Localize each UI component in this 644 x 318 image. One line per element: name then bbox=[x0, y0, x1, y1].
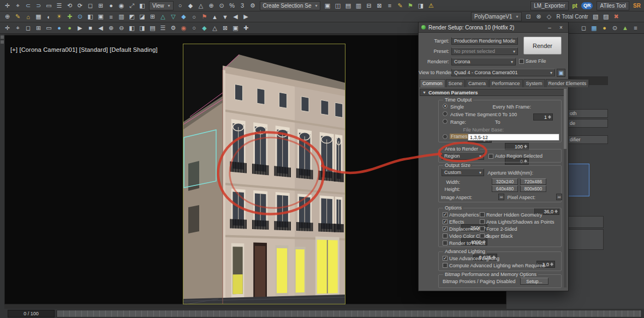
toolbar-icon[interactable]: % bbox=[227, 1, 237, 10]
toolbar-icon[interactable]: ◧ bbox=[127, 23, 137, 32]
toolbar-icon[interactable]: ⟳ bbox=[75, 1, 85, 10]
toolbar-icon[interactable]: ⊞ bbox=[147, 13, 158, 21]
toolbar-icon[interactable]: ⊕ bbox=[2, 13, 13, 21]
toolbar-icon[interactable]: ▥ bbox=[353, 1, 363, 10]
checkbox[interactable] bbox=[480, 233, 485, 238]
toolbar-icon[interactable]: ● bbox=[106, 1, 116, 10]
toolbar-icon[interactable]: ✚ bbox=[241, 23, 251, 32]
toolbar-icon[interactable]: ▣ bbox=[230, 23, 241, 32]
toolbar-icon[interactable]: ◻ bbox=[23, 23, 33, 32]
toolbar-icon[interactable]: ⟲ bbox=[64, 1, 75, 10]
save-file-checkbox[interactable]: Save File bbox=[519, 58, 546, 64]
toolbar-icon[interactable]: ● bbox=[64, 23, 75, 32]
toolbar-icon[interactable]: ⌂ bbox=[23, 13, 33, 21]
toolbar-icon[interactable]: ● bbox=[54, 23, 64, 32]
panel-fragment-button[interactable]: difier bbox=[568, 135, 608, 144]
toolbar-icon[interactable]: ▦ bbox=[589, 23, 599, 32]
checkbox[interactable]: ✓ bbox=[443, 256, 448, 261]
bitmap-setup-button[interactable]: Setup... bbox=[520, 278, 548, 285]
toolbar-icon[interactable]: ⌖ bbox=[13, 23, 23, 32]
toolbar-icon[interactable]: 3 bbox=[237, 1, 248, 10]
render-button[interactable]: Render bbox=[523, 37, 562, 55]
toolbar-icon[interactable]: ✖ bbox=[611, 13, 622, 21]
create-selection-set-dropdown[interactable]: Create Selection Se ▾ bbox=[260, 1, 321, 10]
toolbar-icon[interactable]: ● bbox=[599, 23, 610, 32]
toolbar-icon[interactable]: ▥ bbox=[116, 13, 127, 21]
toolbar-icon[interactable]: ○ bbox=[189, 23, 199, 32]
left-strip-icon[interactable] bbox=[1, 35, 4, 39]
pt-plugin-button[interactable]: pt bbox=[573, 3, 577, 9]
view-dropdown[interactable]: View ▾ bbox=[149, 1, 174, 10]
toolbar-icon[interactable]: ▭ bbox=[44, 23, 54, 32]
toolbar-icon[interactable]: ☰ bbox=[158, 23, 168, 32]
toolbar-icon[interactable]: ◆ bbox=[199, 23, 210, 32]
radio-active-time-segment[interactable] bbox=[443, 111, 448, 116]
scrollbar-thumb[interactable] bbox=[564, 89, 567, 149]
dialog-tab[interactable]: Camera bbox=[466, 79, 488, 87]
toolbar-icon[interactable]: ⊕ bbox=[206, 1, 217, 10]
dialog-tab[interactable]: Scene bbox=[446, 79, 466, 87]
preset-dropdown[interactable]: No preset selected ▾ bbox=[451, 47, 518, 55]
toolbar-icon[interactable]: ◇ bbox=[544, 13, 554, 21]
radio-single[interactable]: ● bbox=[443, 104, 448, 109]
checkbox[interactable] bbox=[443, 263, 448, 268]
lm-exporter-button[interactable]: LM_Exporter bbox=[530, 1, 568, 10]
checkbox[interactable] bbox=[480, 219, 485, 224]
left-strip-icon[interactable] bbox=[1, 40, 4, 44]
toolbar-icon[interactable]: ⊞ bbox=[96, 1, 106, 10]
image-aspect-lock-icon[interactable]: ∞ bbox=[498, 194, 504, 200]
timeline-track[interactable] bbox=[57, 310, 642, 317]
toolbar-icon[interactable]: ⊖ bbox=[116, 23, 127, 32]
toolbar-icon[interactable]: ◐ bbox=[44, 13, 54, 21]
toolbar-icon[interactable]: ✛ bbox=[2, 23, 13, 32]
toolbar-icon[interactable]: ⊙ bbox=[75, 13, 85, 21]
toolbar-icon[interactable]: ◀ bbox=[230, 13, 241, 21]
toolbar-icon[interactable]: △ bbox=[196, 1, 206, 10]
toolbar-icon[interactable]: ▨ bbox=[601, 13, 611, 21]
toolbar-icon[interactable]: ⊕ bbox=[106, 23, 116, 32]
toolbar-icon[interactable]: ⊗ bbox=[534, 13, 544, 21]
toolbar-icon[interactable]: ◪ bbox=[137, 13, 147, 21]
polydamage-dropdown[interactable]: PolyDamageV1 ▾ bbox=[471, 12, 522, 21]
output-size-dropdown[interactable]: Custom ▾ bbox=[442, 169, 484, 176]
toolbar-icon[interactable]: ⊃ bbox=[33, 1, 44, 10]
viewport-lock-button[interactable]: ▣ bbox=[557, 69, 565, 77]
toolbar-icon[interactable]: ◧ bbox=[137, 1, 147, 10]
toolbar-icon[interactable]: ⚠ bbox=[426, 1, 436, 10]
auto-region-checkbox[interactable]: Auto Region Selected bbox=[488, 153, 542, 159]
toolbar-icon[interactable]: ◨ bbox=[415, 1, 426, 10]
sr-plugin-button[interactable]: SR bbox=[633, 3, 641, 9]
radio-range[interactable] bbox=[443, 119, 448, 124]
resolution-preset-button[interactable]: 640x480 bbox=[492, 185, 518, 192]
toolbar-icon[interactable]: ◉ bbox=[178, 23, 189, 32]
toolbar-icon[interactable]: ⚑ bbox=[199, 13, 210, 21]
toolbar-icon[interactable]: ◆ bbox=[186, 1, 196, 10]
toolbar-icon[interactable]: ▧ bbox=[591, 13, 601, 21]
r-total-contr-label[interactable]: R Total Contr bbox=[557, 14, 588, 20]
dialog-tab[interactable]: Render Elements bbox=[546, 79, 589, 87]
frames-input[interactable]: 1,3,5-12 bbox=[468, 134, 559, 141]
toolbar-icon[interactable]: △ bbox=[210, 23, 220, 32]
toolbar-icon[interactable]: ○ bbox=[175, 1, 186, 10]
toolbar-icon[interactable]: ◀ bbox=[96, 23, 106, 32]
resolution-preset-button[interactable]: 320x240 bbox=[492, 178, 518, 185]
every-nth-frame-spinner[interactable]: 1 bbox=[533, 113, 553, 121]
checkbox[interactable] bbox=[480, 226, 485, 231]
renderer-dropdown[interactable]: Corona ▾ bbox=[451, 58, 516, 65]
toolbar-icon[interactable]: ⊙ bbox=[217, 1, 227, 10]
toolbar-icon[interactable]: ▣ bbox=[322, 1, 332, 10]
dialog-tab[interactable]: System bbox=[523, 79, 545, 87]
toolbar-icon[interactable]: ≡ bbox=[384, 1, 395, 10]
time-slider-thumb[interactable]: 0 / 100 bbox=[8, 310, 55, 317]
panel-fragment-button[interactable]: oth bbox=[568, 109, 608, 118]
rollout-header-common-parameters[interactable]: ▼ Common Parameters bbox=[420, 89, 564, 96]
resolution-preset-button[interactable]: 800x600 bbox=[520, 185, 546, 192]
toolbar-icon[interactable]: ▭ bbox=[44, 1, 54, 10]
toolbar-icon[interactable]: ⚑ bbox=[405, 1, 415, 10]
toolbar-icon[interactable]: ○ bbox=[189, 13, 199, 21]
toolbar-icon[interactable]: ▶ bbox=[241, 13, 251, 21]
toolbar-icon[interactable]: ◉ bbox=[116, 1, 127, 10]
toolbar-icon[interactable]: ⊡ bbox=[523, 13, 534, 21]
toolbar-icon[interactable]: ◻ bbox=[579, 23, 589, 32]
toolbar-icon[interactable]: ▲ bbox=[210, 13, 220, 21]
